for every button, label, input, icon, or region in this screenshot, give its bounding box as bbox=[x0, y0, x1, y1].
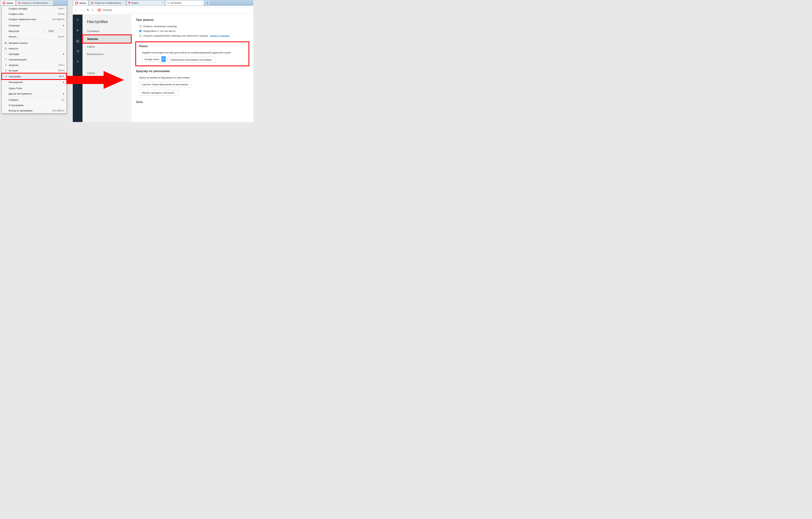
tab-opera-mobile[interactable]: Опера на телефон/Opera × bbox=[16, 0, 53, 5]
chevron-right-icon: ▶ bbox=[63, 93, 64, 95]
main-menu-dropdown: Создать вкладкуCtrl+T Создать окноCtrl+N… bbox=[2, 6, 66, 113]
tab-label: Яндекс bbox=[131, 2, 139, 4]
section-title: Браузер по умолчанию bbox=[136, 69, 249, 73]
menu-tools[interactable]: Другие инструменты▶ bbox=[2, 91, 66, 96]
tab-label: Опера на телефон/Opera bbox=[22, 2, 49, 4]
url-field[interactable]: settings bbox=[96, 7, 251, 13]
menu-news[interactable]: ▤Новости bbox=[2, 46, 66, 51]
set-pages-link[interactable]: Задать страницы bbox=[210, 34, 230, 37]
search-engine-select[interactable]: Google поиск ▾ bbox=[142, 56, 166, 62]
chevron-right-icon: ▶ bbox=[63, 53, 64, 55]
new-tab-button[interactable]: + bbox=[205, 1, 209, 5]
opera-logo-icon bbox=[18, 2, 20, 4]
tab-opera-mobile[interactable]: Опера на телефон/Opera × bbox=[89, 0, 126, 5]
grid-icon: ▦ bbox=[4, 41, 8, 45]
history-icon: ◔ bbox=[4, 69, 8, 72]
tab-settings[interactable]: ⚙ Настройки × bbox=[165, 0, 204, 5]
right-tab-bar: Меню Опера на телефон/Opera × Я Яндекс ×… bbox=[73, 0, 253, 6]
manage-search-engines-button[interactable]: Управление поисковыми системами... bbox=[168, 57, 216, 62]
tab-yandex[interactable]: Я Яндекс × bbox=[126, 0, 165, 5]
opera-logo-icon bbox=[2, 1, 5, 4]
opera-logo-icon bbox=[91, 2, 93, 4]
sidebar-item-browser[interactable]: Браузер bbox=[82, 34, 132, 44]
menu-about[interactable]: О программе bbox=[2, 103, 66, 108]
startup-option-continue[interactable]: Продолжить с того же места bbox=[136, 29, 249, 33]
menu-page[interactable]: Страница▶ bbox=[2, 23, 66, 28]
menu-downloads[interactable]: ⬇ЗагрузкиCtrl+J bbox=[2, 62, 66, 68]
extensions-icon[interactable]: ✦ bbox=[76, 59, 80, 64]
yandex-icon: Я bbox=[128, 1, 130, 4]
menu-button[interactable]: Меню bbox=[0, 0, 16, 5]
heart-icon: ♡ bbox=[4, 53, 8, 55]
sidebar-item-security[interactable]: Безопасность bbox=[83, 51, 131, 58]
menu-history[interactable]: ◔ИсторияCtrl+H bbox=[2, 68, 66, 73]
chevron-right-icon: ▶ bbox=[63, 81, 64, 83]
chevron-right-icon: ▶ bbox=[63, 24, 64, 27]
close-icon[interactable]: × bbox=[181, 2, 202, 4]
menu-settings[interactable]: ⚙НастройкиAlt+P bbox=[1, 73, 67, 80]
startup-option-specific[interactable]: Открыть определенную страницу или нескол… bbox=[136, 33, 249, 38]
menu-bookmarks[interactable]: ♡Закладки▶ bbox=[2, 51, 66, 57]
zoom-in-button[interactable]: › bbox=[55, 30, 59, 32]
left-opera-window: Меню Опера на телефон/Opera × Создать вк… bbox=[0, 0, 68, 6]
section-title: При запуске bbox=[136, 18, 249, 22]
close-icon[interactable]: × bbox=[139, 2, 163, 4]
not-default-text: Opera не является браузером по умолчанию… bbox=[136, 75, 249, 81]
zoom-controls: ‹ 100% › bbox=[43, 29, 59, 33]
zoom-out-button[interactable]: ‹ bbox=[44, 30, 47, 32]
menu-button[interactable]: Меню bbox=[73, 0, 88, 5]
speed-dial-button[interactable]: ⠿ bbox=[92, 9, 93, 11]
settings-icon-bar: ⠿ ♥ ▤ ◔ ✦ bbox=[73, 15, 83, 122]
gear-icon: ⚙ bbox=[167, 2, 169, 4]
news-icon: ▤ bbox=[4, 47, 8, 50]
menu-new-window[interactable]: Создать окноCtrl+N bbox=[2, 11, 66, 17]
menu-print[interactable]: Печать...Ctrl+P bbox=[2, 34, 66, 39]
radio-icon bbox=[139, 34, 142, 37]
menu-sync[interactable]: ⟳Синхронизация... bbox=[2, 57, 66, 62]
startup-section: При запуске Открыть начальную страницу П… bbox=[136, 18, 249, 38]
fullscreen-button[interactable]: ⛶ bbox=[60, 29, 64, 33]
sidebar-item-rate[interactable]: Оцени... bbox=[83, 69, 131, 77]
menu-turbo[interactable]: Opera Turbo bbox=[2, 86, 66, 91]
settings-body: ⠿ ♥ ▤ ◔ ✦ Настройки Основные Браузер Сай… bbox=[73, 15, 253, 122]
make-default-button[interactable]: Сделать Opera браузером по умолчанию bbox=[139, 82, 191, 87]
menu-label: Меню bbox=[80, 2, 86, 4]
menu-extensions[interactable]: Расширения▶ bbox=[2, 80, 66, 85]
news-icon[interactable]: ▤ bbox=[76, 39, 80, 43]
sync-icon: ⟳ bbox=[4, 58, 8, 61]
menu-new-tab[interactable]: Создать вкладкуCtrl+T bbox=[2, 6, 66, 11]
grid-icon[interactable]: ⠿ bbox=[76, 18, 80, 22]
import-button[interactable]: Импорт закладок и настроек... bbox=[139, 90, 179, 95]
startup-option-startpage[interactable]: Открыть начальную страницу bbox=[136, 24, 249, 29]
opera-logo-icon bbox=[75, 1, 78, 4]
address-bar: ← → ↻ ⠿ settings bbox=[73, 6, 253, 15]
menu-exit[interactable]: Выход из программыCtrl+Shift+X bbox=[2, 108, 66, 113]
close-icon[interactable]: × bbox=[50, 2, 51, 4]
settings-title: Настройки bbox=[83, 19, 131, 27]
left-tab-bar: Меню Опера на телефон/Opera × bbox=[0, 0, 68, 6]
sidebar-item-sites[interactable]: Сайты bbox=[83, 43, 131, 51]
menu-new-private[interactable]: Создать приватное окноCtrl+Shift+N bbox=[2, 17, 66, 22]
close-icon[interactable]: × bbox=[123, 2, 124, 4]
right-opera-window: Меню Опера на телефон/Opera × Я Яндекс ×… bbox=[73, 0, 253, 122]
radio-checked-icon bbox=[139, 30, 142, 32]
network-section: Сеть bbox=[136, 100, 249, 104]
menu-speed-dial[interactable]: ▦Экспресс-панель bbox=[2, 40, 66, 46]
heart-icon[interactable]: ♥ bbox=[76, 28, 80, 32]
settings-content: При запуске Открыть начальную страницу П… bbox=[131, 15, 253, 122]
section-title: Сеть bbox=[136, 100, 249, 104]
history-icon[interactable]: ◔ bbox=[76, 49, 80, 53]
menu-help[interactable]: СправкаF1 bbox=[2, 97, 66, 103]
section-title: Поиск bbox=[139, 45, 245, 48]
forward-button[interactable]: → bbox=[81, 8, 84, 12]
gear-icon: ⚙ bbox=[4, 75, 8, 78]
menu-zoom: Масштаб ‹ 100% › ⛶ bbox=[2, 28, 66, 34]
opera-logo-icon bbox=[98, 9, 101, 11]
default-browser-section: Браузер по умолчанию Opera не является б… bbox=[136, 69, 249, 96]
reload-button[interactable]: ↻ bbox=[87, 8, 89, 12]
sidebar-item-basic[interactable]: Основные bbox=[83, 27, 131, 35]
tab-label: Настройки bbox=[170, 2, 181, 4]
search-description: Задайте поисковую систему для поиска из … bbox=[139, 50, 245, 56]
tab-label: Опера на телефон/Opera bbox=[94, 2, 121, 4]
back-button[interactable]: ← bbox=[75, 8, 78, 12]
